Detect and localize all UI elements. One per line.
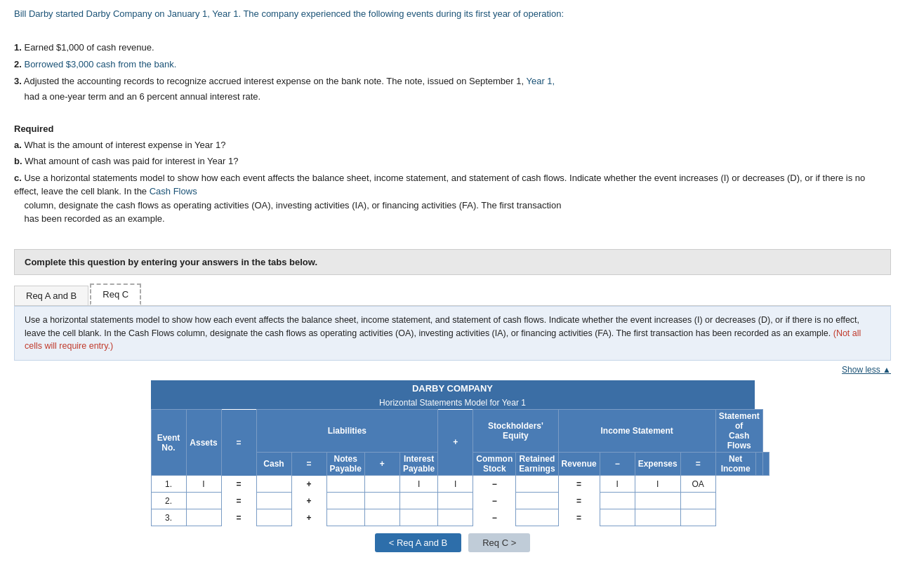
th-minus: − xyxy=(600,453,635,476)
main-table: EventNo. Assets = Liabilities + Stockhol… xyxy=(151,409,769,526)
th-stockholders: Stockholders' Equity xyxy=(473,410,558,453)
event-no-1: 1. xyxy=(151,476,186,493)
model-subtitle: Horizontal Statements Model for Year 1 xyxy=(151,396,755,409)
common-stock-3[interactable] xyxy=(364,509,399,526)
notes-payable-3[interactable] xyxy=(256,509,291,526)
op-minus-1: − xyxy=(473,476,516,493)
event-no-3: 3. xyxy=(151,509,186,526)
back-button[interactable]: < Req A and B xyxy=(375,533,461,552)
nav-buttons: < Req A and B Req C > xyxy=(14,533,891,552)
th-cash-flows-col xyxy=(755,453,762,476)
common-stock-input-2[interactable] xyxy=(368,496,397,506)
expenses-input-2[interactable] xyxy=(519,496,555,506)
cash-input-3[interactable] xyxy=(190,513,218,523)
required-section: Required a. What is the amount of intere… xyxy=(14,123,891,226)
event-2-text: Borrowed $3,000 cash from the bank. xyxy=(24,59,176,69)
op-plus-2: + xyxy=(291,493,326,509)
net-income-2[interactable] xyxy=(600,493,635,509)
op-minus-2: − xyxy=(473,493,516,509)
tab-req-a-b[interactable]: Req A and B xyxy=(14,286,88,305)
revenue-input-3[interactable] xyxy=(441,513,470,523)
instruction-box: Use a horizontal statements model to sho… xyxy=(14,306,891,361)
complete-box: Complete this question by entering your … xyxy=(14,249,891,275)
expenses-input-3[interactable] xyxy=(519,513,555,523)
revenue-2[interactable] xyxy=(438,493,473,509)
interest-payable-input-1[interactable] xyxy=(330,479,362,489)
revenue-3[interactable] xyxy=(438,509,473,526)
show-less-toggle[interactable]: Show less ▲ xyxy=(14,365,891,375)
op-eq2-1: = xyxy=(558,476,600,493)
th-cash-flows: Statement ofCash Flows xyxy=(715,410,762,453)
interest-payable-3[interactable] xyxy=(326,509,364,526)
op-plus-3: + xyxy=(291,509,326,526)
company-title: DARBY COMPANY xyxy=(151,380,755,396)
table-row: 2. = + − = xyxy=(151,493,769,509)
cash-input-2[interactable] xyxy=(190,496,218,506)
th-liabilities-equity: Liabilities xyxy=(256,410,438,453)
th-revenue: Revenue xyxy=(558,453,600,476)
retained-earnings-input-2[interactable] xyxy=(403,496,435,506)
th-eq3: = xyxy=(680,453,715,476)
expenses-2[interactable] xyxy=(516,493,558,509)
req-item-c: c. Use a horizontal statements model to … xyxy=(14,171,891,226)
required-title: Required xyxy=(14,123,891,134)
common-stock-input-1[interactable] xyxy=(368,479,397,489)
th-cash: Cash xyxy=(256,453,291,476)
op-eq-2: = xyxy=(221,493,256,509)
forward-button[interactable]: Req C > xyxy=(468,533,530,552)
cf-type-1: OA xyxy=(680,476,715,493)
tabs-row: Req A and B Req C xyxy=(14,283,891,306)
th-eq1: = xyxy=(221,410,256,476)
th-common-stock: CommonStock xyxy=(473,453,516,476)
notes-payable-input-3[interactable] xyxy=(260,513,289,523)
th-interest-payable: InterestPayable xyxy=(399,453,437,476)
notes-payable-input-2[interactable] xyxy=(260,496,289,506)
cash-2[interactable] xyxy=(186,493,221,509)
req-item-a: a. What is the amount of interest expens… xyxy=(14,138,891,152)
cf-type-input-3[interactable] xyxy=(684,513,713,523)
retained-earnings-2[interactable] xyxy=(399,493,437,509)
cash-flows-input-2[interactable] xyxy=(638,496,678,506)
tab-req-c[interactable]: Req C xyxy=(90,283,141,305)
common-stock-1[interactable] xyxy=(364,476,399,493)
cf-type-input-2[interactable] xyxy=(684,496,713,506)
expenses-input-1[interactable] xyxy=(519,479,555,489)
not-all-cells: (Not all cells will require entry.) xyxy=(25,328,861,352)
net-income-3[interactable] xyxy=(600,509,635,526)
common-stock-2[interactable] xyxy=(364,493,399,509)
op-eq2-3: = xyxy=(558,509,600,526)
req-item-b: b. What amount of cash was paid for inte… xyxy=(14,154,891,168)
event-no-2: 2. xyxy=(151,493,186,509)
expenses-1[interactable] xyxy=(516,476,558,493)
cash-1: I xyxy=(186,476,221,493)
interest-payable-input-2[interactable] xyxy=(330,496,362,506)
retained-earnings-1: I xyxy=(399,476,437,493)
interest-payable-2[interactable] xyxy=(326,493,364,509)
cash-flows-2[interactable] xyxy=(635,493,680,509)
cash-flows-input-3[interactable] xyxy=(638,513,678,523)
common-stock-input-3[interactable] xyxy=(368,513,397,523)
retained-earnings-input-3[interactable] xyxy=(403,513,435,523)
cash-flows-1: I xyxy=(635,476,680,493)
interest-payable-1[interactable] xyxy=(326,476,364,493)
notes-payable-2[interactable] xyxy=(256,493,291,509)
retained-earnings-3[interactable] xyxy=(399,509,437,526)
net-income-input-2[interactable] xyxy=(603,496,632,506)
th-net-income: NetIncome xyxy=(715,453,755,476)
net-income-1: I xyxy=(600,476,635,493)
event-3-num: 3. xyxy=(14,76,22,86)
expenses-3[interactable] xyxy=(516,509,558,526)
cash-flows-3[interactable] xyxy=(635,509,680,526)
cash-3[interactable] xyxy=(186,509,221,526)
revenue-input-2[interactable] xyxy=(441,496,470,506)
th-assets: Assets xyxy=(186,410,221,476)
cf-type-2[interactable] xyxy=(680,493,715,509)
interest-payable-input-3[interactable] xyxy=(330,513,362,523)
notes-payable-input-1[interactable] xyxy=(260,479,289,489)
event-1-text: Earned $1,000 of cash revenue. xyxy=(24,42,154,53)
cf-type-3[interactable] xyxy=(680,509,715,526)
net-income-input-3[interactable] xyxy=(603,513,632,523)
th-income-stmt: Income Statement xyxy=(558,410,715,453)
notes-payable-1[interactable] xyxy=(256,476,291,493)
op-minus-3: − xyxy=(473,509,516,526)
